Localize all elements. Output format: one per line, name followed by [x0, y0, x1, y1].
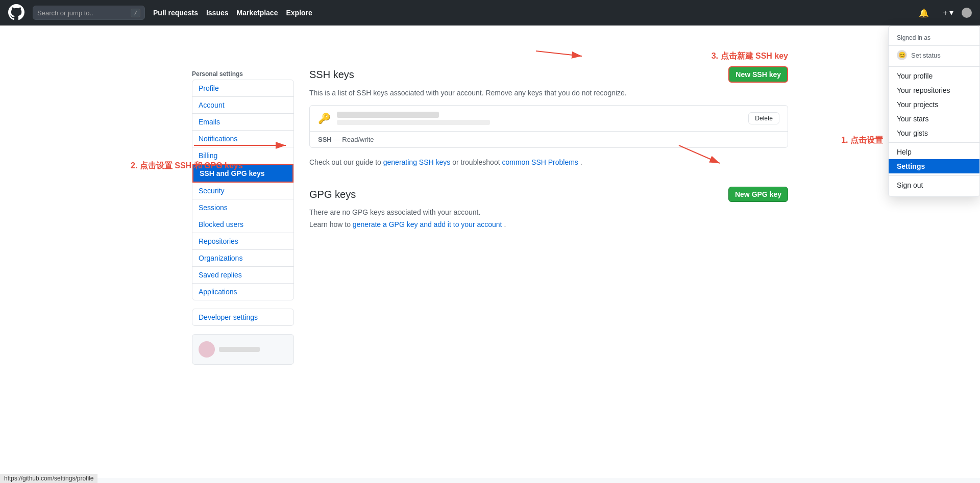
annotation-step3: 3. 点击新建 SSH key: [712, 51, 788, 62]
nav-pull-requests[interactable]: Pull requests: [153, 9, 198, 17]
ssh-key-card: 🔑 Delete SSH — Read/write: [309, 105, 788, 148]
dropdown-your-stars[interactable]: Your stars: [889, 112, 979, 126]
dropdown-avatar-row: 😊 Set status: [889, 48, 979, 64]
navbar: Search or jump to.. / Pull requests Issu…: [0, 0, 980, 26]
guide-link-generating[interactable]: generating SSH keys: [383, 158, 451, 166]
gpg-learn-link[interactable]: generate a GPG key and add it to your ac…: [353, 220, 502, 228]
gpg-section-header: GPG keys New GPG key: [309, 187, 788, 202]
new-item-icon-btn[interactable]: ＋▾: [937, 6, 958, 20]
sidebar-user-avatar: [199, 341, 215, 358]
sidebar-item-blocked[interactable]: Blocked users: [192, 216, 293, 233]
sidebar-item-sessions[interactable]: Sessions: [192, 199, 293, 216]
key-title-blurred: [337, 112, 439, 118]
key-type-row: SSH — Read/write: [310, 132, 788, 147]
ssh-key-row: 🔑 Delete: [310, 106, 788, 132]
gpg-no-keys-text: There are no GPG keys associated with yo…: [309, 208, 788, 216]
dropdown-your-gists[interactable]: Your gists: [889, 126, 979, 140]
dropdown-your-projects[interactable]: Your projects: [889, 97, 979, 112]
search-box[interactable]: Search or jump to.. /: [33, 6, 145, 20]
developer-settings-link[interactable]: Developer settings: [192, 309, 294, 326]
key-meta-blurred: [337, 120, 490, 125]
sidebar-item-notifications[interactable]: Notifications: [192, 131, 293, 147]
sidebar-item-security[interactable]: Security: [192, 183, 293, 199]
gpg-section: GPG keys New GPG key There are no GPG ke…: [309, 187, 788, 228]
key-access: — Read/write: [334, 136, 374, 143]
new-ssh-key-button[interactable]: New SSH key: [728, 66, 788, 83]
key-icon: 🔑: [318, 112, 331, 124]
sidebar-user-name-blurred: [219, 347, 260, 352]
nav-links: Pull requests Issues Marketplace Explore: [153, 9, 312, 17]
main-content: SSH keys New SSH key This is a list of S…: [309, 66, 788, 478]
gpg-section-title: GPG keys: [309, 189, 356, 200]
delete-ssh-key-button[interactable]: Delete: [748, 112, 779, 124]
search-shortcut: /: [131, 9, 140, 17]
nav-explore[interactable]: Explore: [286, 9, 312, 17]
search-placeholder: Search or jump to..: [37, 9, 131, 17]
nav-issues[interactable]: Issues: [206, 9, 229, 17]
main-wrapper: Personal settings Profile Account Emails…: [184, 51, 796, 478]
notifications-icon-btn[interactable]: 🔔: [915, 6, 933, 20]
status-bar: https://github.com/settings/profile: [0, 474, 97, 483]
github-logo[interactable]: [8, 4, 24, 22]
sidebar-developer-settings: Developer settings: [192, 309, 294, 326]
ssh-section-title: SSH keys: [309, 69, 354, 81]
dropdown-settings[interactable]: Settings: [889, 159, 979, 173]
user-dropdown: Signed in as 😊 Set status Your profile Y…: [888, 26, 980, 197]
dropdown-divider-3: [889, 175, 979, 176]
sidebar-item-repositories[interactable]: Repositories: [192, 233, 293, 250]
dropdown-divider-2: [889, 142, 979, 143]
dropdown-your-profile[interactable]: Your profile: [889, 69, 979, 83]
set-status-btn[interactable]: Set status: [911, 52, 941, 59]
sidebar: Personal settings Profile Account Emails…: [192, 66, 294, 478]
ssh-description: This is a list of SSH keys associated wi…: [309, 89, 788, 97]
key-type-label: SSH: [318, 136, 332, 143]
sidebar-user-section: [192, 334, 294, 365]
new-gpg-key-button[interactable]: New GPG key: [728, 187, 788, 202]
dropdown-avatar: 😊: [897, 50, 907, 60]
avatar[interactable]: [962, 8, 972, 18]
sidebar-item-saved-replies[interactable]: Saved replies: [192, 267, 293, 284]
dropdown-divider-1: [889, 66, 979, 67]
dropdown-your-repos[interactable]: Your repositories: [889, 83, 979, 97]
sidebar-item-applications[interactable]: Applications: [192, 284, 293, 300]
sidebar-item-emails[interactable]: Emails: [192, 114, 293, 131]
dropdown-sign-out[interactable]: Sign out: [889, 178, 979, 192]
annotation-step1: 1. 点击设置: [841, 135, 883, 146]
sidebar-user-info: [219, 347, 260, 352]
guide-link-problems[interactable]: common SSH Problems: [502, 158, 578, 166]
ssh-section-header: SSH keys New SSH key: [309, 66, 788, 83]
nav-marketplace[interactable]: Marketplace: [237, 9, 278, 17]
sidebar-nav: Profile Account Emails Notifications Bil…: [192, 80, 294, 300]
status-url: https://github.com/settings/profile: [4, 475, 93, 482]
annotation-step2: 2. 点击设置 SSH 和 GPG keys: [131, 161, 243, 171]
sidebar-item-profile[interactable]: Profile: [192, 80, 293, 97]
sidebar-item-account[interactable]: Account: [192, 97, 293, 114]
sidebar-item-organizations[interactable]: Organizations: [192, 250, 293, 267]
dropdown-help[interactable]: Help: [889, 145, 979, 159]
guide-text: Check out our guide to generating SSH ke…: [309, 158, 788, 166]
navbar-right: 🔔 ＋▾: [915, 6, 972, 20]
signed-in-label: Signed in as: [889, 30, 979, 46]
sidebar-section-title: Personal settings: [192, 66, 294, 80]
gpg-learn-text: Learn how to generate a GPG key and add …: [309, 220, 788, 228]
key-info: [337, 112, 742, 125]
